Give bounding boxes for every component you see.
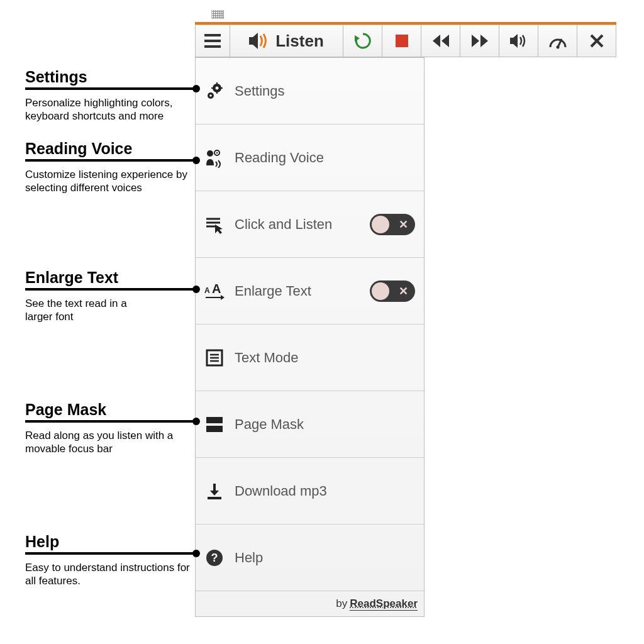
enlarge-text-toggle[interactable]: ✕ <box>370 280 415 302</box>
voice-icon <box>203 148 226 168</box>
close-button[interactable] <box>577 25 616 57</box>
annotation-desc: See the text read in a larger font <box>25 297 151 324</box>
annotation-title: Enlarge Text <box>25 269 198 287</box>
page-mask-icon <box>203 416 226 433</box>
menu-item-page-mask[interactable]: Page Mask <box>196 391 424 458</box>
menu-item-label: Page Mask <box>235 416 415 433</box>
annotation-title: Help <box>25 533 198 551</box>
svg-marker-1 <box>355 35 360 42</box>
menu-item-label: Help <box>235 550 415 566</box>
menu-item-enlarge-text[interactable]: AA Enlarge Text ✕ <box>196 258 424 325</box>
text-mode-icon <box>203 349 226 367</box>
menu-item-text-mode[interactable]: Text Mode <box>196 325 424 391</box>
annotation-pointer <box>25 288 195 291</box>
forward-icon <box>472 35 488 47</box>
menu-item-settings[interactable]: Settings <box>196 58 424 125</box>
annotation-desc: Read along as you listen with a movable … <box>25 429 198 456</box>
speed-icon <box>548 33 567 49</box>
annotation-title: Reading Voice <box>25 140 198 158</box>
svg-marker-5 <box>472 35 479 47</box>
svg-rect-16 <box>211 87 214 89</box>
stop-icon <box>396 35 408 47</box>
svg-rect-2 <box>396 35 408 47</box>
menu-item-reading-voice[interactable]: Reading Voice <box>196 125 424 191</box>
gears-icon <box>203 82 226 101</box>
svg-point-19 <box>209 94 212 97</box>
svg-marker-0 <box>249 33 258 49</box>
panel-footer: by ReadSpeaker <box>196 591 424 616</box>
toolbar: Listen <box>195 25 616 57</box>
svg-point-13 <box>216 86 219 89</box>
menu-item-label: Download mp3 <box>235 483 415 499</box>
annotation-reading-voice: Reading Voice Customize listening experi… <box>25 140 198 195</box>
toggle-off-icon: ✕ <box>399 284 408 298</box>
dropdown-panel: Settings Reading Voice Click and Listen … <box>195 57 425 617</box>
svg-rect-35 <box>206 417 223 423</box>
annotation-desc: Customize listening experience by select… <box>25 168 198 195</box>
menu-icon <box>204 34 221 48</box>
close-icon <box>590 34 604 48</box>
rewind-button[interactable] <box>421 25 460 57</box>
svg-point-22 <box>216 152 218 153</box>
click-listen-toggle[interactable]: ✕ <box>370 214 415 235</box>
toggle-knob <box>372 282 389 300</box>
rewind-icon <box>433 35 449 47</box>
volume-icon <box>510 33 528 48</box>
svg-marker-30 <box>221 295 225 300</box>
restart-button[interactable] <box>343 25 382 57</box>
menu-item-download[interactable]: Download mp3 <box>196 458 424 525</box>
restart-icon <box>353 31 372 50</box>
annotation-help: Help Easy to understand instructions for… <box>25 533 198 588</box>
forward-button[interactable] <box>460 25 499 57</box>
annotation-enlarge-text: Enlarge Text See the text read in a larg… <box>25 269 198 324</box>
help-icon: ? <box>203 549 226 567</box>
menu-item-label: Reading Voice <box>235 150 415 166</box>
listen-button[interactable]: Listen <box>230 25 343 57</box>
footer-by: by <box>336 597 347 610</box>
annotation-settings: Settings Personalize highlighting colors… <box>25 68 198 123</box>
svg-text:A: A <box>212 282 221 296</box>
stop-button[interactable] <box>382 25 421 57</box>
menu-item-label: Text Mode <box>235 350 415 366</box>
annotation-title: Page Mask <box>25 401 198 419</box>
enlarge-text-icon: AA <box>203 282 226 301</box>
menu-item-help[interactable]: ? Help <box>196 525 424 591</box>
menu-item-label: Enlarge Text <box>235 283 361 299</box>
svg-rect-17 <box>220 87 223 89</box>
svg-marker-26 <box>215 225 223 234</box>
click-listen-icon <box>203 215 226 234</box>
menu-item-label: Settings <box>235 83 415 99</box>
svg-rect-14 <box>216 82 218 85</box>
svg-marker-38 <box>210 491 219 496</box>
svg-rect-36 <box>206 426 223 432</box>
menu-item-click-listen[interactable]: Click and Listen ✕ <box>196 191 424 258</box>
annotation-pointer <box>25 87 195 90</box>
svg-marker-6 <box>480 35 488 47</box>
svg-marker-3 <box>433 35 440 47</box>
toggle-knob <box>372 216 389 233</box>
download-icon <box>203 482 226 500</box>
speed-button[interactable] <box>538 25 577 57</box>
svg-rect-15 <box>216 91 218 94</box>
annotation-title: Settings <box>25 68 198 86</box>
svg-marker-4 <box>441 35 449 47</box>
listen-label: Listen <box>275 31 324 51</box>
menu-button[interactable] <box>196 25 230 57</box>
annotation-desc: Personalize highlighting colors, keyboar… <box>25 96 198 123</box>
menu-item-label: Click and Listen <box>235 216 361 233</box>
annotation-pointer <box>25 420 195 423</box>
annotation-pointer <box>25 552 195 555</box>
footer-brand[interactable]: ReadSpeaker <box>350 597 418 611</box>
annotation-pointer <box>25 159 195 162</box>
volume-button[interactable] <box>499 25 538 57</box>
annotation-page-mask: Page Mask Read along as you listen with … <box>25 401 198 456</box>
svg-text:?: ? <box>211 552 218 564</box>
toggle-off-icon: ✕ <box>399 218 408 231</box>
speaker-icon <box>249 32 269 50</box>
svg-text:A: A <box>204 286 210 295</box>
svg-point-20 <box>207 150 213 157</box>
drag-handle[interactable] <box>211 10 224 19</box>
annotation-desc: Easy to understand instructions for all … <box>25 561 198 588</box>
svg-rect-39 <box>208 497 221 499</box>
svg-point-9 <box>556 46 559 49</box>
